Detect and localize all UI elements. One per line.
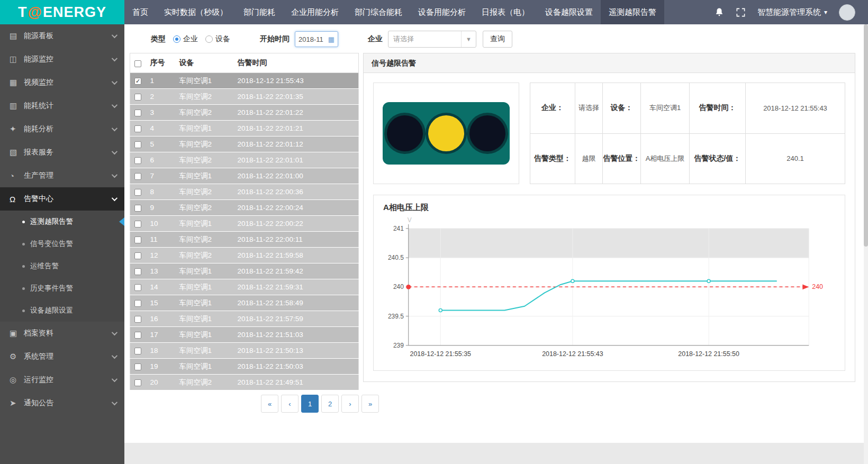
notifications-bell-icon[interactable] — [715, 7, 724, 17]
row-device: 车间空调1 — [175, 311, 233, 327]
table-row[interactable]: 6车间空调22018-11-22 22:01:01 — [130, 152, 359, 168]
row-checkbox[interactable] — [134, 252, 141, 259]
page-button[interactable]: » — [361, 395, 379, 413]
row-checkbox[interactable] — [134, 141, 141, 148]
row-checkbox[interactable] — [134, 94, 141, 101]
avatar[interactable] — [839, 4, 855, 21]
top-nav-item[interactable]: 设备越限设置 — [537, 0, 601, 24]
table-row[interactable]: 13车间空调12018-11-22 21:59:42 — [130, 263, 359, 279]
sidebar-subitem[interactable]: 遥测越限告警 — [0, 211, 124, 233]
top-nav-item[interactable]: 部门能耗 — [236, 0, 283, 24]
alarm-info-row: 企业： 请选择 设备： 车间空调1 告警时间： 2018-12-12 21:55… — [373, 83, 845, 184]
table-row[interactable]: 3车间空调22018-11-22 22:01:22 — [130, 105, 359, 121]
table-row[interactable]: 14车间空调12018-11-22 21:59:31 — [130, 279, 359, 295]
chevron-down-icon — [112, 79, 117, 85]
row-checkbox[interactable] — [134, 205, 141, 212]
row-checkbox[interactable] — [134, 284, 141, 291]
sidebar-subitem[interactable]: 设备越限设置 — [0, 299, 124, 322]
top-nav-item[interactable]: 遥测越限告警 — [601, 0, 664, 24]
row-checkbox[interactable] — [134, 300, 141, 307]
top-nav-item[interactable]: 部门综合能耗 — [347, 0, 410, 24]
sidebar-subitem-label: 设备越限设置 — [30, 306, 73, 315]
row-checkbox[interactable] — [134, 173, 141, 180]
row-device: 车间空调1 — [175, 327, 233, 343]
row-checkbox[interactable] — [134, 236, 141, 243]
select-all-checkbox[interactable] — [134, 60, 141, 67]
sidebar-subitem-label: 遥测越限告警 — [30, 217, 73, 226]
table-row[interactable]: 16车间空调12018-11-22 21:57:59 — [130, 311, 359, 327]
type-radio-company[interactable]: 企业 — [173, 34, 198, 44]
system-name-menu[interactable]: 智慧能源管理系统 ▾ — [757, 7, 827, 17]
table-row[interactable]: 8车间空调22018-11-22 22:00:36 — [130, 184, 359, 200]
row-checkbox[interactable] — [134, 348, 141, 354]
chevron-down-icon — [112, 353, 117, 359]
radio-checked-icon[interactable] — [173, 35, 180, 43]
row-checkbox[interactable] — [134, 110, 141, 116]
table-row[interactable]: 5车间空调22018-11-22 22:01:12 — [130, 137, 359, 152]
calendar-icon[interactable]: ▦ — [328, 35, 334, 43]
top-nav-item[interactable]: 实时数据（秒级） — [156, 0, 236, 24]
sidebar-item[interactable]: ▥能耗统计 — [0, 94, 124, 117]
row-checkbox[interactable] — [134, 379, 141, 386]
page-button[interactable]: › — [341, 395, 359, 413]
top-nav-item[interactable]: 设备用能分析 — [410, 0, 474, 24]
main-content: 类型 企业 设备 开始时间 2018-11 ▦ 企业 请选择 ▼ 查询 序号 — [124, 24, 864, 443]
sidebar-item[interactable]: ▣档案资料 — [0, 322, 124, 345]
table-row[interactable]: 9车间空调22018-11-22 22:00:24 — [130, 200, 359, 216]
sidebar-item[interactable]: ➤通知公告 — [0, 392, 124, 415]
sidebar-item[interactable]: ✦能耗分析 — [0, 117, 124, 141]
page-button[interactable]: ‹ — [281, 395, 299, 413]
table-row[interactable]: 17车间空调12018-11-22 21:51:03 — [130, 327, 359, 343]
page-button[interactable]: 1 — [301, 395, 319, 413]
sidebar-item-label: 能耗分析 — [24, 124, 53, 134]
sidebar-subitem[interactable]: 运维告警 — [0, 255, 124, 277]
vertical-scrollbar[interactable] — [864, 24, 868, 464]
table-row[interactable]: 20车间空调22018-11-22 21:49:51 — [130, 375, 359, 390]
row-checkbox[interactable] — [134, 221, 141, 228]
row-checkbox[interactable] — [134, 363, 141, 370]
row-time: 2018-11-22 22:01:22 — [233, 105, 359, 121]
scrollbar-thumb[interactable] — [864, 24, 868, 247]
row-device: 车间空调2 — [175, 375, 233, 390]
row-checkbox[interactable] — [134, 125, 141, 132]
table-row[interactable]: 10车间空调12018-11-22 22:00:22 — [130, 216, 359, 232]
page-button[interactable]: « — [261, 395, 278, 413]
sidebar-item[interactable]: Ω告警中心 — [0, 187, 124, 211]
company-select[interactable]: 请选择 ▼ — [388, 31, 476, 48]
row-checkbox[interactable] — [134, 157, 141, 164]
table-row[interactable]: 19车间空调12018-11-22 21:50:03 — [130, 359, 359, 375]
archive-icon: ▣ — [10, 329, 24, 338]
sidebar-item[interactable]: ◔生产管理 — [0, 164, 124, 187]
sidebar-item[interactable]: ⚙系统管理 — [0, 345, 124, 368]
table-row[interactable]: 12车间空调22018-11-22 21:59:58 — [130, 248, 359, 263]
row-checkbox[interactable] — [134, 316, 141, 323]
table-row[interactable]: 2车间空调22018-11-22 22:01:35 — [130, 89, 359, 105]
sidebar-item[interactable]: ▤能源看板 — [0, 24, 124, 48]
sidebar-item[interactable]: ◎运行监控 — [0, 368, 124, 392]
row-checkbox[interactable] — [134, 332, 141, 339]
top-nav-item[interactable]: 日报表（电） — [474, 0, 537, 24]
table-row[interactable]: 18车间空调12018-11-22 21:50:13 — [130, 343, 359, 359]
type-radio-device[interactable]: 设备 — [205, 34, 230, 44]
sidebar-subitem[interactable]: 信号变位告警 — [0, 233, 124, 255]
top-nav-item[interactable]: 企业用能分析 — [283, 0, 347, 24]
top-nav-item[interactable]: 首页 — [124, 0, 156, 24]
page-button[interactable]: 2 — [321, 395, 339, 413]
sidebar-item[interactable]: ◫能源监控 — [0, 48, 124, 71]
row-checkbox[interactable] — [134, 189, 141, 196]
row-checkbox[interactable] — [134, 268, 141, 275]
row-checkbox[interactable]: ✓ — [134, 78, 141, 85]
query-button[interactable]: 查询 — [483, 31, 512, 48]
table-row[interactable]: ✓1车间空调12018-12-12 21:55:43 — [130, 73, 359, 89]
sidebar-item[interactable]: ▦视频监控 — [0, 71, 124, 94]
radio-unchecked-icon[interactable] — [205, 35, 213, 43]
sidebar-subitem[interactable]: 历史事件告警 — [0, 277, 124, 299]
table-row[interactable]: 7车间空调12018-11-22 22:01:00 — [130, 168, 359, 184]
table-row[interactable]: 15车间空调12018-11-22 21:58:49 — [130, 295, 359, 311]
sidebar-item[interactable]: ▧报表服务 — [0, 141, 124, 164]
start-date-input[interactable]: 2018-11 ▦ — [295, 31, 338, 47]
sidebar-item-label: 档案资料 — [24, 329, 53, 338]
table-row[interactable]: 11车间空调22018-11-22 22:00:11 — [130, 232, 359, 248]
table-row[interactable]: 4车间空调12018-11-22 22:01:21 — [130, 121, 359, 137]
fullscreen-icon[interactable] — [736, 7, 746, 17]
